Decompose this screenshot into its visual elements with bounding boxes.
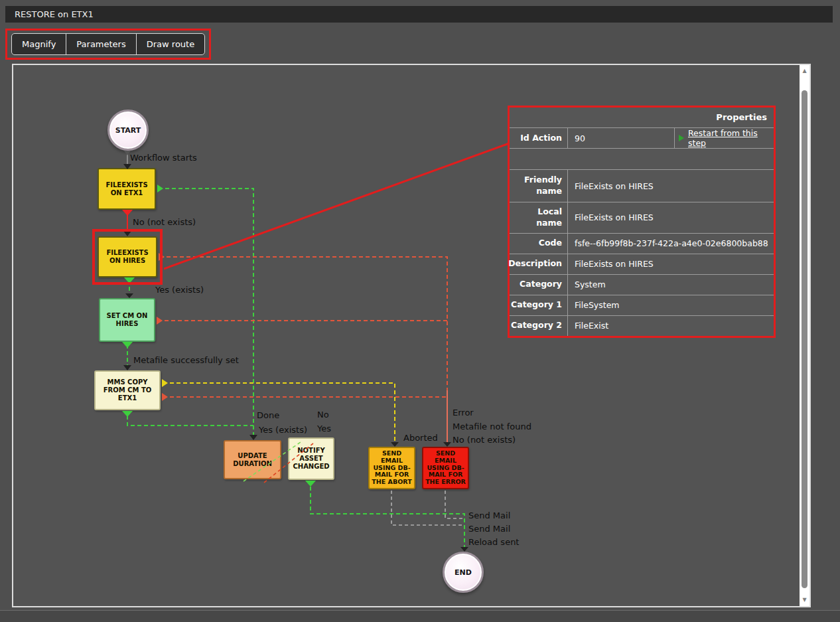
- property-row-local-name: Local name FileExists on HIRES: [510, 202, 774, 234]
- node-update-duration[interactable]: UPDATE DURATION: [224, 440, 281, 479]
- node-start-label: START: [115, 126, 141, 135]
- node-end[interactable]: END: [443, 552, 484, 593]
- draw-route-button[interactable]: Draw route: [136, 34, 204, 54]
- node-send-email-abort-label: SEND EMAIL USING DB-MAIL FOR THE ABORT: [371, 450, 413, 486]
- scroll-down-icon[interactable]: ▼: [800, 594, 809, 605]
- edge-label-no-not-exists-2: No (not exists): [453, 435, 516, 445]
- property-value: FileExists on HIRES: [568, 170, 774, 202]
- play-icon: [679, 135, 684, 141]
- restart-from-step-link[interactable]: Restart from this step: [688, 128, 774, 148]
- edge-label-workflow-starts: Workflow starts: [130, 153, 197, 163]
- toolbar-highlight-outline: Magnify Parameters Draw route: [5, 29, 211, 60]
- node-fileexists-etx1-label: FILEEXISTS ON ETX1: [100, 181, 153, 197]
- property-row-category-1: Category 1 FileSystem: [510, 295, 774, 316]
- edge-label-done: Done: [257, 410, 279, 420]
- property-label: Code: [510, 234, 568, 254]
- property-label: Category: [510, 275, 568, 295]
- parameters-button[interactable]: Parameters: [66, 34, 135, 54]
- node-set-cm-on-hires-label: SET CM ON HIRES: [102, 312, 153, 328]
- node-mms-copy[interactable]: MMS COPY FROM CM TO ETX1: [94, 370, 161, 410]
- magnify-button[interactable]: Magnify: [12, 34, 66, 54]
- property-label: Description: [510, 254, 568, 274]
- node-mms-copy-label: MMS COPY FROM CM TO ETX1: [97, 378, 158, 402]
- node-notify-asset-changed[interactable]: NOTIFY ASSET CHANGED: [288, 437, 334, 480]
- property-row-description: Description FileExists on HIRES: [510, 254, 774, 275]
- node-send-email-abort[interactable]: SEND EMAIL USING DB-MAIL FOR THE ABORT: [368, 447, 415, 489]
- restart-action-cell: Restart from this step: [674, 128, 774, 148]
- node-notify-asset-changed-label: NOTIFY ASSET CHANGED: [291, 447, 332, 470]
- property-value: FileSystem: [568, 295, 774, 315]
- property-row-code: Code fsfe--6fb99f8b-237f-422a-a4e0-02e68…: [510, 234, 774, 254]
- edge-label-send-mail-1: Send Mail: [468, 510, 510, 520]
- selected-step-highlight: [92, 229, 163, 285]
- vertical-scrollbar[interactable]: ▲ ▼: [800, 65, 809, 606]
- property-row-id-action: Id Action 90 Restart from this step: [510, 128, 774, 149]
- property-value: FileExists on HIRES: [568, 202, 774, 233]
- workflow-canvas: START FILEEXISTS ON ETX1 FILEEXISTS ON H…: [12, 64, 811, 607]
- window-title: RESTORE on ETX1: [15, 9, 94, 19]
- edge-label-no: No: [317, 410, 329, 420]
- edge-label-send-mail-2: Send Mail: [468, 524, 510, 534]
- property-value: fsfe--6fb99f8b-237f-422a-a4e0-02e6800bab…: [568, 234, 774, 254]
- edge-label-yes-exists: Yes (exists): [155, 285, 204, 295]
- page-bottom-strip: [0, 611, 840, 622]
- property-value: 90: [568, 128, 674, 148]
- edge-label-aborted: Aborted: [403, 433, 438, 443]
- node-start[interactable]: START: [107, 110, 149, 151]
- node-fileexists-etx1[interactable]: FILEEXISTS ON ETX1: [98, 168, 156, 210]
- edge-label-yes-exists-2: Yes (exists): [259, 425, 307, 435]
- property-value: FileExist: [568, 316, 774, 336]
- toolbar: Magnify Parameters Draw route: [11, 33, 205, 55]
- edge-label-metafile-not-found: Metafile not found: [453, 422, 531, 431]
- property-row-friendly-name: Friendly name FileExists on HIRES: [510, 169, 774, 202]
- properties-panel-title: Properties: [510, 108, 774, 128]
- node-set-cm-on-hires[interactable]: SET CM ON HIRES: [99, 298, 155, 342]
- property-value: FileExists on HIRES: [568, 254, 774, 274]
- property-label: Id Action: [510, 128, 568, 148]
- node-send-email-error[interactable]: SEND EMAIL USING DB-MAIL FOR THE ERROR: [422, 447, 469, 489]
- edge-label-no-not-exists: No (not exists): [133, 217, 196, 227]
- scrollbar-thumb[interactable]: [802, 90, 807, 588]
- properties-panel: Properties Id Action 90 Restart from thi…: [508, 106, 776, 338]
- node-send-email-error-label: SEND EMAIL USING DB-MAIL FOR THE ERROR: [425, 450, 466, 486]
- window-title-bar: RESTORE on ETX1: [5, 6, 833, 23]
- property-label: Category 1: [510, 295, 568, 315]
- node-update-duration-label: UPDATE DURATION: [226, 452, 279, 468]
- scroll-up-icon[interactable]: ▲: [800, 65, 809, 76]
- property-row-spacer: [510, 149, 774, 169]
- property-value: System: [568, 275, 774, 295]
- edge-label-reload-sent: Reload sent: [468, 537, 519, 547]
- property-label: Category 2: [510, 316, 568, 336]
- edge-label-error: Error: [453, 408, 474, 418]
- property-label: Local name: [510, 202, 568, 233]
- edge-label-yes: Yes: [317, 424, 331, 433]
- property-row-category-2: Category 2 FileExist: [510, 316, 774, 336]
- edge-label-metafile-set: Metafile successfully set: [133, 355, 239, 365]
- property-row-category: Category System: [510, 275, 774, 295]
- property-label: Friendly name: [510, 170, 568, 202]
- node-end-label: END: [455, 568, 472, 577]
